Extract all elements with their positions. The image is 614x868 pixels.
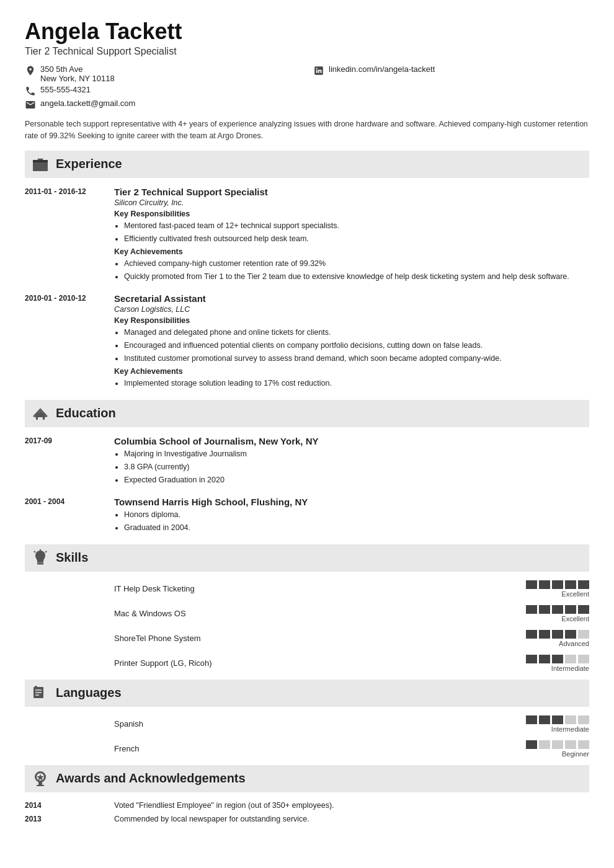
awards-section-header: Awards and Acknowledgements	[25, 765, 589, 792]
language-block-filled	[552, 715, 563, 724]
svg-rect-12	[35, 686, 37, 687]
skill-block-filled	[565, 605, 576, 614]
linkedin-icon	[313, 65, 324, 76]
svg-line-9	[45, 551, 47, 552]
list-item: Honors diploma.	[124, 508, 589, 521]
list-item: Quickly promoted from Tier 1 to the Tier…	[124, 270, 589, 283]
list-item: Encouraged and influenced potential clie…	[124, 339, 589, 352]
achievements-label: Key Achievements	[114, 367, 589, 376]
list-item: 3.8 GPA (currently)	[124, 461, 589, 473]
list-item: Efficiently cultivated fresh outsourced …	[124, 232, 589, 245]
language-name: French	[114, 744, 517, 753]
education-title: Columbia School of Journalism, New York,…	[114, 436, 589, 446]
achievements-list: Achieved company-high customer retention…	[114, 257, 589, 283]
skill-row: IT Help Desk TicketingExcellent	[25, 580, 589, 598]
language-bar-wrap: Beginner	[526, 740, 589, 758]
awards-list: 2014Voted "Friendliest Employee" in regi…	[25, 801, 589, 823]
language-block-filled	[539, 715, 550, 724]
skill-bar-wrap: Excellent	[526, 605, 589, 622]
phone-number: 555-555-4321	[40, 85, 91, 94]
language-level: Intermediate	[551, 725, 589, 733]
experience-entry: 2011-01 - 2016-12Tier 2 Technical Suppor…	[25, 187, 589, 283]
svg-rect-20	[37, 785, 44, 786]
list-item: Expected Graduation in 2020	[124, 474, 589, 486]
experience-company: Silicon Circuitry, Inc.	[114, 198, 589, 207]
experience-list: 2011-01 - 2016-12Tier 2 Technical Suppor…	[25, 187, 589, 390]
list-item: Achieved company-high customer retention…	[124, 257, 589, 270]
skill-block-filled	[552, 655, 563, 663]
education-date: 2001 - 2004	[25, 497, 105, 534]
skill-block-empty	[578, 655, 589, 663]
awards-heading: Awards and Acknowledgements	[56, 771, 246, 786]
skill-blocks	[526, 630, 589, 639]
language-block-empty	[565, 740, 576, 749]
experience-entry: 2010-01 - 2010-12Secretarial AssistantCa…	[25, 293, 589, 390]
list-item: Mentored fast-paced team of 12+ technica…	[124, 219, 589, 232]
email-address: angela.tackett@gmail.com	[40, 99, 135, 108]
language-blocks	[526, 740, 589, 749]
award-year: 2013	[25, 815, 105, 823]
svg-line-8	[34, 551, 35, 552]
experience-title: Secretarial Assistant	[114, 293, 589, 304]
experience-content: Tier 2 Technical Support SpecialistSilic…	[114, 187, 589, 283]
skill-block-filled	[552, 630, 563, 639]
language-block-empty	[578, 740, 589, 749]
summary-text: Personable tech support representative w…	[25, 118, 589, 142]
education-section-header: Education	[25, 400, 589, 427]
education-date: 2017-09	[25, 436, 105, 487]
address-line2: New York, NY 10118	[40, 74, 115, 83]
language-bar-wrap: Intermediate	[526, 715, 589, 733]
linkedin-item: linkedin.com/in/angela-tackett	[313, 64, 589, 76]
skill-bar-wrap: Advanced	[526, 630, 589, 647]
education-title: Townsend Harris High School, Flushing, N…	[114, 497, 589, 507]
candidate-name: Angela Tackett	[25, 19, 589, 45]
skill-level: Advanced	[559, 640, 589, 647]
education-content: Townsend Harris High School, Flushing, N…	[114, 497, 589, 534]
candidate-title: Tier 2 Technical Support Specialist	[25, 46, 589, 57]
skill-row: Mac & Windows OSExcellent	[25, 605, 589, 622]
education-entry: 2017-09Columbia School of Journalism, Ne…	[25, 436, 589, 487]
languages-icon	[31, 684, 50, 702]
skill-block-empty	[565, 655, 576, 663]
skill-name: Mac & Windows OS	[114, 609, 517, 618]
language-block-empty	[552, 740, 563, 749]
list-item: Majoring in Investigative Journalism	[124, 448, 589, 460]
language-row: FrenchBeginner	[25, 740, 589, 758]
education-bullets: Majoring in Investigative Journalism3.8 …	[114, 448, 589, 486]
contact-grid: 350 5th Ave New York, NY 10118 555-555-4…	[25, 64, 589, 112]
list-item: Implemented storage solution leading to …	[124, 377, 589, 389]
skill-bar-wrap: Intermediate	[526, 655, 589, 672]
experience-section-header: Experience	[25, 151, 589, 178]
skill-block-filled	[565, 630, 576, 639]
skill-level: Intermediate	[551, 665, 589, 672]
linkedin-url: linkedin.com/in/angela-tackett	[329, 64, 435, 74]
responsibilities-label: Key Responsibilities	[114, 316, 589, 325]
language-row: SpanishIntermediate	[25, 715, 589, 733]
language-block-empty	[539, 740, 550, 749]
education-bullets: Honors diploma.Graduated in 2004.	[114, 508, 589, 534]
language-block-filled	[526, 715, 537, 724]
award-year: 2014	[25, 801, 105, 810]
skills-list: IT Help Desk TicketingExcellentMac & Win…	[25, 580, 589, 672]
skill-block-filled	[578, 580, 589, 589]
skill-name: IT Help Desk Ticketing	[114, 584, 517, 593]
languages-heading: Languages	[56, 686, 122, 700]
skill-block-filled	[539, 655, 550, 663]
achievements-list: Implemented storage solution leading to …	[114, 377, 589, 389]
skill-level: Excellent	[561, 590, 589, 598]
phone-icon	[25, 86, 36, 97]
skill-block-filled	[526, 655, 537, 663]
phone-item: 555-555-4321	[25, 85, 301, 97]
language-block-filled	[526, 740, 537, 749]
skill-blocks	[526, 605, 589, 614]
skills-heading: Skills	[56, 551, 88, 565]
list-item: Graduated in 2004.	[124, 521, 589, 534]
skill-block-empty	[578, 630, 589, 639]
skill-block-filled	[539, 580, 550, 589]
languages-section-header: Languages	[25, 680, 589, 707]
skill-block-filled	[552, 605, 563, 614]
education-icon	[31, 404, 50, 423]
responsibilities-list: Mentored fast-paced team of 12+ technica…	[114, 219, 589, 245]
awards-icon	[31, 769, 50, 788]
award-text: Voted "Friendliest Employee" in region (…	[114, 801, 589, 810]
